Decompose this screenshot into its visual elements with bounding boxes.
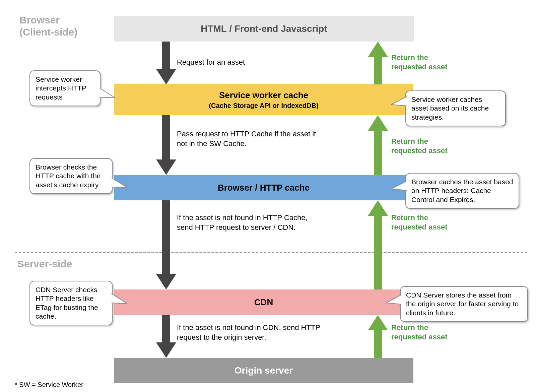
svg-marker-2 bbox=[156, 200, 176, 289]
svg-marker-16 bbox=[391, 181, 407, 190]
callout-text: Service worker caches asset based on its… bbox=[411, 95, 489, 121]
layer-html-title: HTML / Front-end Javascript bbox=[201, 23, 327, 34]
callout-text: CDN Server checks HTTP headers like ETag… bbox=[36, 286, 98, 320]
section-browser-label: Browser (Client-side) bbox=[19, 14, 77, 38]
svg-marker-12 bbox=[111, 293, 127, 304]
callout-text: Browser caches the asset based on HTTP h… bbox=[411, 178, 513, 203]
callout-browser-checks-expiry: Browser checks the HTTP cache with the a… bbox=[29, 158, 113, 194]
up-arrow-icon bbox=[368, 115, 388, 175]
svg-marker-18 bbox=[386, 295, 401, 304]
layer-html-frontend: HTML / Front-end Javascript bbox=[114, 16, 414, 42]
up-arrow-icon bbox=[368, 42, 388, 84]
callout-text: Service worker intercepts HTTP requests bbox=[36, 75, 86, 101]
up-label-return-asset-4: Return the requested asset bbox=[391, 323, 465, 341]
svg-marker-5 bbox=[368, 115, 388, 175]
down-arrow-icon bbox=[156, 315, 176, 358]
svg-marker-6 bbox=[368, 200, 388, 289]
callout-tail-icon bbox=[111, 293, 127, 307]
callout-tail-icon bbox=[391, 181, 407, 194]
down-label-request-asset: Request for an asset bbox=[177, 58, 324, 67]
callout-cdn-stores-asset: CDN Server stores the asset from the ori… bbox=[400, 286, 528, 322]
down-label-pass-to-http-cache: Pass request to HTTP Cache if the asset … bbox=[177, 129, 324, 148]
callout-text: Browser checks the HTTP cache with the a… bbox=[36, 163, 101, 189]
callout-tail-icon bbox=[111, 178, 127, 191]
callout-sw-caches-asset: Service worker caches asset based on its… bbox=[405, 90, 506, 126]
layer-cdn: CDN bbox=[114, 289, 413, 315]
callout-tail-icon bbox=[99, 88, 115, 101]
up-arrow-icon bbox=[368, 200, 388, 289]
section-browser-line2: (Client-side) bbox=[19, 26, 77, 38]
callout-sw-intercepts: Service worker intercepts HTTP requests bbox=[29, 70, 100, 106]
layer-origin-server: Origin server bbox=[114, 358, 413, 383]
down-arrow-icon bbox=[156, 115, 176, 175]
section-server-label: Server-side bbox=[17, 258, 72, 270]
callout-browser-caches-headers: Browser caches the asset based on HTTP h… bbox=[405, 173, 519, 209]
layer-sw-subtitle: (Cache Storage API or IndexedDB) bbox=[209, 102, 318, 110]
layer-browser-http-cache: Browser / HTTP cache bbox=[114, 175, 413, 200]
callout-text: CDN Server stores the asset from the ori… bbox=[406, 291, 519, 317]
callout-cdn-checks-etag: CDN Server checks HTTP headers like ETag… bbox=[29, 281, 113, 325]
up-arrow-icon bbox=[368, 315, 388, 358]
down-arrow-icon bbox=[156, 42, 176, 84]
layer-cdn-title: CDN bbox=[254, 297, 273, 308]
svg-marker-4 bbox=[368, 42, 388, 84]
svg-marker-0 bbox=[156, 42, 176, 84]
svg-marker-8 bbox=[99, 88, 115, 98]
up-label-return-asset-1: Return the requested asset bbox=[391, 53, 465, 71]
down-label-send-to-server-cdn: If the asset is not found in HTTP Cache,… bbox=[177, 213, 324, 232]
layer-origin-title: Origin server bbox=[234, 365, 293, 376]
svg-marker-7 bbox=[368, 315, 388, 358]
down-label-send-to-origin: If the asset is not found in CDN, send H… bbox=[177, 323, 324, 342]
callout-tail-icon bbox=[391, 96, 407, 110]
divider-client-server bbox=[15, 252, 527, 253]
svg-marker-14 bbox=[391, 96, 407, 106]
svg-marker-3 bbox=[156, 315, 176, 358]
layer-sw-title: Service worker cache bbox=[219, 90, 308, 101]
layer-http-title: Browser / HTTP cache bbox=[218, 183, 310, 193]
svg-marker-10 bbox=[111, 178, 127, 188]
down-arrow-icon bbox=[156, 200, 176, 289]
callout-tail-icon bbox=[386, 295, 401, 308]
svg-marker-1 bbox=[156, 115, 176, 175]
up-label-return-asset-2: Return the requested asset bbox=[391, 137, 465, 155]
footnote-sw: * SW = Service Worker bbox=[15, 381, 83, 389]
layer-service-worker-cache: Service worker cache (Cache Storage API … bbox=[114, 84, 413, 115]
up-label-return-asset-3: Return the requested asset bbox=[391, 213, 465, 232]
section-browser-line1: Browser bbox=[19, 14, 60, 25]
